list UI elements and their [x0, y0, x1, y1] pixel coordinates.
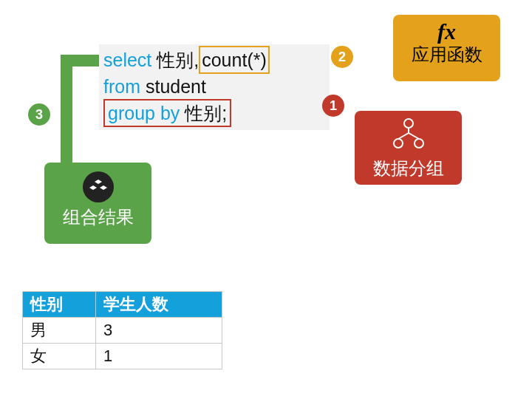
svg-marker-3	[95, 180, 102, 184]
cell-gender: 男	[23, 318, 96, 344]
cubes-icon	[83, 171, 114, 202]
svg-marker-4	[89, 185, 97, 190]
step-badge-2: 2	[331, 46, 353, 68]
card-apply-function-label: 应用函数	[393, 43, 500, 66]
sql-line-2: from student	[103, 74, 325, 99]
table-row: 男 3	[23, 318, 222, 344]
group-column: 性别	[185, 103, 222, 123]
card-apply-function: fx 应用函数	[393, 15, 500, 81]
cell-count: 1	[96, 344, 222, 369]
cell-gender: 女	[23, 344, 96, 369]
cell-count: 3	[96, 318, 222, 344]
svg-point-2	[415, 139, 423, 148]
step-badge-3: 3	[28, 103, 50, 126]
diagram-canvas: select 性别,count(*) from student group by…	[0, 0, 532, 399]
card-combine-result-label: 组合结果	[44, 205, 151, 229]
card-data-grouping: 数据分组	[355, 111, 462, 185]
sql-terminator: ;	[222, 103, 227, 123]
tree-icon	[390, 117, 427, 151]
table-name: student	[146, 76, 206, 97]
header-gender: 性别	[23, 292, 96, 318]
group-by-clause: group by 性别;	[103, 99, 231, 127]
sql-code-block: select 性别,count(*) from student group by…	[99, 44, 330, 130]
svg-point-0	[404, 119, 413, 128]
card-data-grouping-label: 数据分组	[355, 157, 462, 180]
step-badge-1: 1	[322, 95, 344, 117]
keyword-group-by: group by	[108, 103, 180, 123]
column-gender: 性别	[157, 50, 194, 70]
keyword-select: select	[103, 50, 151, 70]
card-combine-result: 组合结果	[44, 163, 151, 244]
count-expression: count(*)	[199, 46, 270, 74]
sql-line-3: group by 性别;	[103, 99, 325, 127]
table-row: 女 1	[23, 344, 222, 369]
header-count: 学生人数	[96, 292, 222, 318]
svg-point-1	[394, 139, 403, 148]
svg-marker-5	[100, 185, 107, 190]
keyword-from: from	[103, 76, 140, 97]
arrow-vertical	[61, 55, 72, 173]
table-header-row: 性别 学生人数	[23, 292, 222, 318]
result-table: 性别 学生人数 男 3 女 1	[22, 291, 222, 369]
fx-icon: fx	[393, 19, 500, 44]
sql-line-1: select 性别,count(*)	[103, 46, 325, 74]
